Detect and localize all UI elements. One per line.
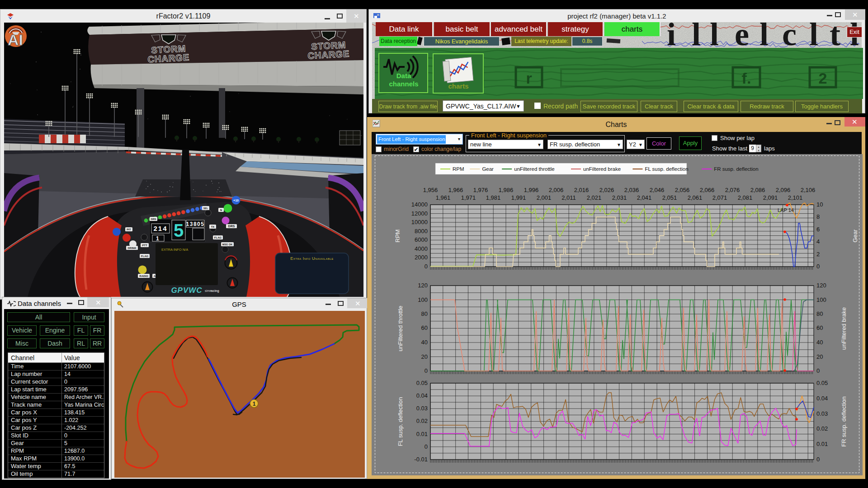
- svg-text:EXTRA INFO N/A: EXTRA INFO N/A: [161, 248, 188, 252]
- svg-text:0.04: 0.04: [416, 392, 428, 399]
- svg-text:20: 20: [816, 353, 823, 360]
- svg-text:0.03: 0.03: [416, 405, 428, 412]
- svg-text:0.02: 0.02: [416, 418, 428, 424]
- svg-text:LAP 14: LAP 14: [778, 207, 794, 213]
- svg-text:FLAG: FLAG: [141, 255, 149, 258]
- svg-text:0.05: 0.05: [816, 380, 828, 386]
- svg-text:1,971: 1,971: [461, 194, 476, 201]
- svg-text:2,036: 2,036: [624, 187, 639, 193]
- svg-text:2,091: 2,091: [763, 194, 778, 201]
- svg-text:1: 1: [253, 401, 256, 407]
- svg-text:PTT: PTT: [142, 244, 147, 247]
- svg-text:-0.01: -0.01: [414, 456, 428, 463]
- svg-text:2,066: 2,066: [700, 187, 715, 193]
- svg-text:80: 80: [816, 310, 823, 317]
- svg-text:+10: +10: [233, 199, 239, 202]
- svg-text:1,961: 1,961: [436, 194, 451, 201]
- svg-text:0: 0: [425, 263, 428, 270]
- svg-text:FL susp. deflection: FL susp. deflection: [397, 397, 404, 446]
- svg-text:2,071: 2,071: [712, 194, 727, 201]
- svg-text:0: 0: [816, 263, 820, 270]
- svg-text:6: 6: [816, 226, 820, 233]
- svg-text:1,966: 1,966: [448, 187, 463, 193]
- svg-text:0.03: 0.03: [816, 410, 828, 417]
- svg-text:PIT: PIT: [127, 228, 131, 231]
- svg-text:Gear: Gear: [852, 229, 859, 243]
- svg-text:DRS: DRS: [151, 218, 156, 221]
- svg-text:10: 10: [816, 201, 823, 208]
- svg-text:8000: 8000: [415, 228, 428, 235]
- svg-text:DRS: DRS: [228, 225, 235, 228]
- svg-text:2,081: 2,081: [738, 194, 753, 201]
- svg-text:100: 100: [816, 296, 826, 303]
- svg-text:0.04: 0.04: [816, 395, 828, 402]
- svg-text:RPM: RPM: [394, 230, 401, 243]
- svg-text:f.: f.: [742, 70, 751, 87]
- svg-text:simracing: simracing: [205, 289, 219, 293]
- svg-text:1,996: 1,996: [524, 187, 539, 193]
- svg-text:14000: 14000: [411, 201, 428, 208]
- svg-text:FR susp. deflection: FR susp. deflection: [714, 166, 758, 172]
- svg-text:RADIO: RADIO: [139, 275, 148, 277]
- svg-text:2,006: 2,006: [549, 187, 564, 193]
- svg-text:unFiltered throttle: unFiltered throttle: [397, 305, 404, 351]
- svg-text:10000: 10000: [411, 219, 428, 225]
- svg-text:TX: TX: [211, 225, 215, 228]
- svg-text:GPVWC: GPVWC: [171, 286, 202, 295]
- svg-text:1,991: 1,991: [511, 194, 526, 201]
- svg-text:FR susp. deflection: FR susp. deflection: [840, 396, 847, 446]
- svg-text:2,016: 2,016: [574, 187, 589, 193]
- svg-text:0: 0: [425, 367, 428, 374]
- svg-text:100: 100: [418, 296, 428, 303]
- svg-text:1,986: 1,986: [499, 187, 514, 193]
- svg-text:0: 0: [425, 443, 428, 450]
- svg-text:2,031: 2,031: [612, 194, 627, 201]
- svg-text:12000: 12000: [411, 210, 428, 217]
- svg-text:FLAG: FLAG: [214, 236, 222, 239]
- svg-text:80: 80: [421, 310, 428, 317]
- svg-text:Gear: Gear: [482, 166, 494, 172]
- svg-text:2,101: 2,101: [788, 194, 803, 201]
- svg-text:40: 40: [816, 339, 823, 346]
- svg-text:2,001: 2,001: [537, 194, 552, 201]
- svg-text:2,011: 2,011: [561, 194, 576, 201]
- svg-text:2,056: 2,056: [675, 187, 690, 193]
- svg-text:1,976: 1,976: [473, 187, 488, 193]
- svg-text:60: 60: [816, 324, 823, 331]
- svg-text:2,106: 2,106: [801, 187, 816, 193]
- svg-text:r: r: [526, 70, 532, 87]
- svg-text:DRINK: DRINK: [128, 247, 137, 249]
- svg-text:MSG OK: MSG OK: [222, 243, 232, 246]
- svg-text:1,981: 1,981: [486, 194, 501, 201]
- svg-text:2,096: 2,096: [776, 187, 791, 193]
- svg-text:8: 8: [816, 213, 820, 220]
- svg-text:60: 60: [421, 324, 428, 331]
- svg-text:2,046: 2,046: [650, 187, 665, 193]
- svg-text:2,076: 2,076: [725, 187, 740, 193]
- svg-text:0.01: 0.01: [416, 431, 428, 437]
- svg-text:2: 2: [816, 251, 820, 258]
- svg-text:0: 0: [816, 456, 820, 463]
- svg-text:40: 40: [421, 339, 428, 346]
- svg-text:4: 4: [816, 238, 820, 245]
- svg-text:13805: 13805: [186, 221, 205, 227]
- svg-text:5: 5: [174, 221, 184, 240]
- svg-text:6000: 6000: [415, 236, 428, 243]
- svg-text:0: 0: [816, 367, 820, 374]
- svg-text:unFiltered brake: unFiltered brake: [583, 166, 621, 172]
- svg-text:1,956: 1,956: [423, 187, 438, 193]
- svg-text:4000: 4000: [415, 245, 428, 252]
- svg-text:RPM: RPM: [453, 166, 464, 172]
- svg-text:unFiltered throttle: unFiltered throttle: [514, 166, 555, 172]
- svg-text:0.05: 0.05: [416, 380, 428, 386]
- svg-text:2,086: 2,086: [750, 187, 765, 193]
- svg-text:0.02: 0.02: [816, 425, 828, 432]
- svg-text:SEL: SEL: [203, 207, 208, 210]
- svg-text:2000: 2000: [415, 254, 428, 261]
- svg-text:2,041: 2,041: [637, 194, 652, 201]
- svg-text:AI: AI: [8, 31, 23, 48]
- svg-text:2,026: 2,026: [599, 187, 614, 193]
- svg-text:20: 20: [421, 353, 428, 360]
- svg-text:2,051: 2,051: [662, 194, 677, 201]
- svg-text:unFiltered brake: unFiltered brake: [840, 307, 847, 350]
